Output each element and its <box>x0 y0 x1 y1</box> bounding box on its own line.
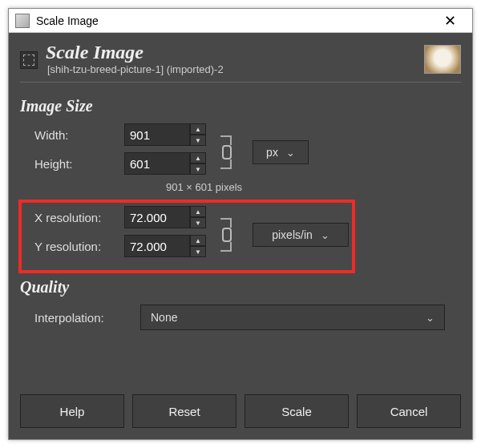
close-icon[interactable]: ✕ <box>434 12 466 30</box>
dimensions-group: Width: ▲ ▼ Height: ▲ <box>20 123 461 181</box>
resolution-group: X resolution: ▲ ▼ Y resolution: <box>20 201 461 268</box>
height-step-up[interactable]: ▲ <box>190 152 206 163</box>
size-unit-dropdown[interactable]: px ⌄ <box>253 140 309 164</box>
dialog-body: Scale Image [shih-tzu-breed-picture-1] (… <box>9 33 472 439</box>
dialog-subtitle: [shih-tzu-breed-picture-1] (imported)-2 <box>47 63 424 75</box>
button-row: Help Reset Scale Cancel <box>20 394 461 428</box>
xres-step-down[interactable]: ▼ <box>190 217 206 228</box>
scale-image-dialog: Scale Image ✕ Scale Image [shih-tzu-bree… <box>8 8 473 440</box>
titlebar: Scale Image ✕ <box>9 9 472 33</box>
xres-step-up[interactable]: ▲ <box>190 206 206 217</box>
yres-input[interactable] <box>124 235 190 257</box>
size-unit-label: px <box>266 146 278 159</box>
interpolation-value: None <box>151 311 418 324</box>
height-step-down[interactable]: ▼ <box>190 163 206 175</box>
yres-step-down[interactable]: ▼ <box>190 246 206 257</box>
yres-spinner: ▲ ▼ <box>124 235 212 257</box>
reset-button[interactable]: Reset <box>132 394 236 428</box>
width-input[interactable] <box>124 123 190 146</box>
width-step-up[interactable]: ▲ <box>190 123 206 135</box>
resolution-link-icon[interactable] <box>217 218 236 252</box>
resolution-unit-label: pixels/in <box>272 228 313 241</box>
resolution-unit-dropdown[interactable]: pixels/in ⌄ <box>253 223 349 247</box>
yres-label: Y resolution: <box>20 240 124 253</box>
cancel-button[interactable]: Cancel <box>357 394 461 428</box>
chevron-down-icon: ⌄ <box>286 147 295 159</box>
dialog-header: Scale Image [shih-tzu-breed-picture-1] (… <box>20 42 461 83</box>
interpolation-label: Interpolation: <box>20 311 140 325</box>
height-spinner: ▲ ▼ <box>124 152 212 175</box>
scale-button[interactable]: Scale <box>245 394 349 428</box>
size-caption: 901 × 601 pixels <box>166 181 461 193</box>
width-step-down[interactable]: ▼ <box>190 135 206 146</box>
dialog-title: Scale Image <box>46 42 424 62</box>
width-label: Width: <box>20 128 124 142</box>
header-texts: Scale Image [shih-tzu-breed-picture-1] (… <box>46 42 424 75</box>
width-spinner: ▲ ▼ <box>124 123 212 146</box>
height-label: Height: <box>20 157 124 171</box>
scale-image-icon <box>20 51 38 69</box>
size-link-icon[interactable] <box>217 135 236 169</box>
help-button[interactable]: Help <box>20 394 124 428</box>
interpolation-dropdown[interactable]: None ⌄ <box>140 305 445 330</box>
app-icon <box>15 14 30 28</box>
window-title: Scale Image <box>36 14 434 27</box>
section-image-size: Image Size <box>20 97 461 115</box>
section-quality: Quality <box>20 278 461 297</box>
chevron-down-icon: ⌄ <box>426 312 435 324</box>
xres-spinner: ▲ ▼ <box>124 206 212 228</box>
height-input[interactable] <box>124 152 190 175</box>
xres-label: X resolution: <box>20 211 124 224</box>
image-thumbnail <box>424 45 461 74</box>
xres-input[interactable] <box>124 206 190 228</box>
yres-step-up[interactable]: ▲ <box>190 235 206 246</box>
chevron-down-icon: ⌄ <box>321 229 329 241</box>
